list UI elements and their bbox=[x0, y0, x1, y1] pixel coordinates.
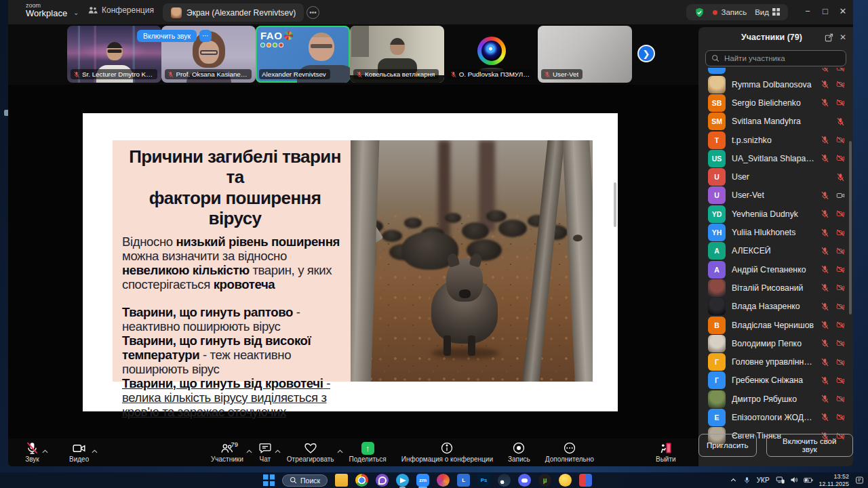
video-tile-5[interactable]: O. Pudlovska ПЗМУЛМГ bbox=[444, 26, 538, 83]
toolbar-button-label: Информация о конференции bbox=[401, 455, 493, 463]
taskbar-icon-chrome[interactable] bbox=[355, 474, 368, 487]
taskbar-icon-zoom[interactable]: zm bbox=[416, 474, 429, 487]
canvas-scrollbar[interactable] bbox=[614, 182, 616, 227]
close-panel-icon[interactable]: ✕ bbox=[840, 33, 846, 42]
toolbar-info-button[interactable]: Информация о конференции bbox=[394, 439, 500, 463]
participants-header: Участники (79) ✕ bbox=[698, 27, 853, 47]
participant-row[interactable]: AАндрій Степаненко bbox=[698, 260, 853, 279]
participant-row[interactable]: Rymma Dolbanosova bbox=[698, 75, 853, 94]
video-tile-3[interactable]: FAOAlexander Revnivtsev bbox=[256, 26, 350, 83]
view-button[interactable]: Вид bbox=[755, 8, 780, 16]
toolbar-more-button[interactable]: Дополнительно bbox=[538, 439, 601, 463]
chevron-up-icon[interactable] bbox=[42, 444, 48, 456]
mic-muted-icon bbox=[836, 173, 845, 182]
toolbar-record-button[interactable]: Запись bbox=[500, 439, 538, 463]
tray-network-icon[interactable] bbox=[776, 474, 785, 487]
chevron-up-icon[interactable] bbox=[92, 444, 98, 456]
toolbar-leave-button[interactable]: Выйти bbox=[648, 439, 684, 463]
video-thumbnail-strip: Sr. Lecturer Dmytro KisilProf. Oksana Ka… bbox=[8, 24, 698, 85]
participant-row[interactable]: ВВладіслав Чернишов bbox=[698, 316, 853, 334]
participant-status-icons bbox=[821, 302, 845, 311]
minimize-button[interactable]: − bbox=[802, 6, 814, 16]
avatar: В bbox=[708, 317, 726, 334]
participant-row[interactable]: Tt.p.snizhko bbox=[698, 131, 853, 149]
security-shield-icon[interactable] bbox=[694, 7, 705, 18]
participant-row[interactable]: ГГребенюк Сніжана bbox=[698, 371, 853, 390]
slide-title: Причини загибелі тварин та фактори пошир… bbox=[122, 146, 348, 229]
participant-row[interactable]: UUser bbox=[698, 167, 853, 186]
participant-row[interactable]: UUser-Vet bbox=[698, 186, 853, 205]
taskbar-icon-photoshop[interactable]: Ps bbox=[477, 474, 490, 487]
camera-off-icon bbox=[836, 394, 845, 403]
participant-silhouette bbox=[390, 38, 405, 55]
participant-row[interactable]: AАЛЕКСЕЙ bbox=[698, 242, 853, 260]
participant-status-icons bbox=[821, 413, 845, 422]
unmute-participant-button[interactable]: Включить звук bbox=[137, 30, 197, 42]
taskbar-search[interactable]: Поиск bbox=[282, 474, 328, 487]
tray-battery-icon[interactable] bbox=[804, 474, 813, 487]
toolbar-button-label: Дополнительно bbox=[545, 455, 594, 463]
toolbar-share-button[interactable]: ↑Поделиться bbox=[342, 439, 394, 463]
participant-row[interactable]: YDYevheniia Dudnyk bbox=[698, 205, 853, 223]
participants-footer: Пригласить Включить свой звук bbox=[698, 434, 853, 457]
camera-off-icon bbox=[836, 265, 845, 274]
toolbar-react-button[interactable]: Отреагировать bbox=[279, 439, 342, 463]
participant-row[interactable]: ГГоловне управління Держпродспо... bbox=[698, 352, 853, 371]
taskbar-icon-gamepad[interactable] bbox=[579, 474, 592, 487]
clock-date: 12.11.2025 bbox=[819, 481, 849, 487]
participant-row[interactable]: ЕЕпізоотологи ЖОДЛВМ bbox=[698, 408, 853, 426]
tab-screen-share[interactable]: Экран (Alexander Revnivtsev) bbox=[163, 3, 304, 22]
taskbar-icon-lightshot[interactable]: L bbox=[457, 474, 470, 487]
taskbar-icon-explorer[interactable] bbox=[335, 474, 348, 487]
close-button[interactable]: ✕ bbox=[837, 6, 849, 16]
video-icon bbox=[72, 441, 86, 455]
search-input[interactable] bbox=[723, 54, 838, 63]
participant-name: Дмитро Рябушко bbox=[732, 394, 814, 404]
taskbar-icon-viber[interactable] bbox=[376, 474, 389, 487]
search-icon bbox=[290, 476, 297, 484]
participant-row[interactable]: Володимир Пепко bbox=[698, 334, 853, 352]
taskbar-clock[interactable]: 13:52 12.11.2025 bbox=[819, 473, 849, 487]
toolbar-chat-button[interactable]: Чат bbox=[251, 439, 279, 463]
chat-icon bbox=[258, 441, 272, 455]
popout-panel-icon[interactable] bbox=[825, 33, 833, 42]
toolbar-audio-button[interactable]: Звук bbox=[18, 439, 47, 463]
taskbar-icon-utorrent[interactable]: µ bbox=[538, 474, 551, 487]
tree-trunk bbox=[438, 140, 450, 242]
participants-scrollbar[interactable] bbox=[849, 141, 852, 314]
maximize-button[interactable]: □ bbox=[819, 6, 831, 16]
participant-row[interactable]: SMSvitlana Mandyhra bbox=[698, 113, 853, 131]
toolbar-participants-button[interactable]: 79Участники bbox=[203, 439, 251, 463]
brand-chevron-icon[interactable]: ⌄ bbox=[73, 9, 79, 16]
tray-chevron-icon[interactable] bbox=[730, 474, 737, 487]
participant-row[interactable]: Влада Назаренко bbox=[698, 298, 853, 316]
mic-muted-icon bbox=[821, 98, 829, 107]
slide-title-line1: Причини загибелі тварин та bbox=[122, 146, 348, 188]
taskbar-icon-smiley[interactable] bbox=[559, 474, 572, 487]
taskbar-icon-telegram[interactable] bbox=[396, 474, 409, 487]
tab-more-icon[interactable]: ••• bbox=[307, 6, 319, 19]
tray-volume-icon[interactable] bbox=[790, 474, 798, 487]
participant-row[interactable]: Віталій Рисований bbox=[698, 279, 853, 297]
participant-row[interactable]: YHYuliia Hlukhonets bbox=[698, 223, 853, 241]
video-tile-4[interactable]: Ковельська ветлікарня bbox=[350, 26, 444, 83]
toolbar-video-button[interactable]: Видео bbox=[62, 439, 96, 463]
tray-mic-icon[interactable] bbox=[743, 474, 751, 487]
tile-more-options-icon[interactable]: ⋯ bbox=[199, 30, 212, 42]
video-tile-6[interactable]: User-Vet bbox=[538, 26, 632, 83]
keyboard-language[interactable]: УКР bbox=[757, 476, 770, 484]
notification-center-icon[interactable] bbox=[855, 476, 864, 485]
tab-conference[interactable]: Конференция bbox=[88, 5, 154, 15]
taskbar-icon-acdsee[interactable] bbox=[437, 474, 450, 487]
next-videos-arrow-button[interactable]: ❯ bbox=[637, 45, 655, 62]
start-button[interactable] bbox=[263, 474, 275, 486]
unmute-self-button[interactable]: Включить свой звук bbox=[766, 434, 853, 457]
participant-row[interactable]: USUA_Svitlana Shlapatska_SSUFSCP bbox=[698, 149, 853, 167]
taskbar-icon-discord[interactable] bbox=[518, 474, 531, 487]
invite-button[interactable]: Пригласить bbox=[698, 434, 757, 457]
recording-indicator[interactable]: Запись bbox=[713, 8, 747, 16]
avatar: Г bbox=[708, 371, 726, 389]
participant-row[interactable]: SBSergio Bielichenko bbox=[698, 94, 853, 112]
taskbar-icon-steam[interactable] bbox=[498, 474, 511, 487]
participant-row[interactable]: Дмитро Рябушко bbox=[698, 390, 853, 408]
